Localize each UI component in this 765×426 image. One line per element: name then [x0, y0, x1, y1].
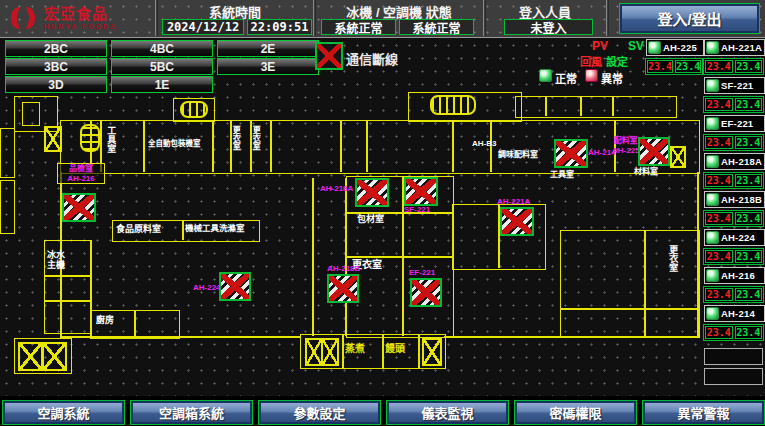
- stairs-icon: [80, 124, 100, 152]
- room-label: 廚房: [96, 315, 114, 325]
- status-lamp-icon: [648, 41, 661, 54]
- wall-segment: [22, 102, 40, 126]
- equip-ah-221a[interactable]: AH-221A: [704, 39, 765, 56]
- floor-button-2e[interactable]: 2E: [217, 40, 319, 57]
- room-label: AH-B3: [472, 139, 496, 148]
- unit-room: 品檢室: [60, 164, 102, 174]
- floor-button-2bc[interactable]: 2BC: [5, 40, 107, 57]
- equip-sf-221[interactable]: SF-221: [704, 77, 765, 94]
- logo-title: 宏亞食品: [44, 6, 117, 21]
- room-label: 更衣室: [231, 126, 240, 166]
- sv-value: 23.4: [675, 60, 701, 73]
- status-lamp-icon: [706, 79, 719, 92]
- chiller-status-value: 系統正常: [321, 19, 396, 35]
- equip-ah-218a[interactable]: AH-218A: [704, 153, 765, 170]
- sv-value: 23.4: [735, 98, 763, 111]
- header-divider: [606, 0, 607, 36]
- unit-icon-ef-221[interactable]: [410, 278, 442, 307]
- ahu-status-value: 系統正常: [399, 19, 474, 35]
- equip-ef-221-values: 23.4 23.4: [703, 134, 764, 151]
- status-lamp-icon: [706, 193, 719, 206]
- header-divider: [155, 0, 156, 36]
- equip-name: AH-216: [721, 270, 755, 281]
- login-logout-button[interactable]: 登入/登出: [619, 3, 760, 34]
- unit-icon-ah-214[interactable]: [554, 139, 588, 168]
- login-status-value: 未登入: [504, 19, 593, 35]
- unit-icon-ah-218a[interactable]: [355, 178, 389, 207]
- floor-button-4bc[interactable]: 4BC: [111, 40, 213, 57]
- room-label: 冰水主機: [47, 250, 69, 271]
- comm-fail-label: 通信斷線: [346, 49, 398, 68]
- pv-value: 23.4: [705, 288, 733, 301]
- equip-sf-221-values: 23.4 23.4: [703, 96, 764, 113]
- equip-name: AH-224: [721, 232, 755, 243]
- wall-segment: [340, 120, 342, 172]
- system-time-value: 22:09:51: [247, 19, 312, 35]
- unit-icon-ah-224[interactable]: [219, 272, 251, 301]
- unit-icon-ah-221a[interactable]: [500, 207, 534, 236]
- room-label: 工具室: [106, 126, 116, 168]
- nav-button-ac-system[interactable]: 空調系統: [2, 400, 125, 425]
- room-label: 蒸煮: [345, 343, 365, 355]
- equip-ah-221a-values: 23.4 23.4: [703, 58, 764, 75]
- room-label: 更衣室: [668, 245, 678, 289]
- nav-button-param-setting[interactable]: 參數設定: [258, 400, 381, 425]
- floor-button-3d[interactable]: 3D: [5, 76, 107, 93]
- unit-id: AH-225: [612, 146, 640, 156]
- equip-ah-225[interactable]: AH-225: [646, 39, 704, 56]
- room-label: 包材室: [357, 214, 384, 224]
- equip-ah-218b-values: 23.4 23.4: [703, 210, 764, 227]
- nav-button-ahu-system[interactable]: 空調箱系統: [130, 400, 253, 425]
- hatch-x-icon: [422, 338, 442, 366]
- abnormal-lamp-icon: [585, 69, 598, 82]
- pv-value: 23.4: [705, 98, 733, 111]
- status-lamp-icon: [706, 41, 719, 54]
- hatch-x-icon: [42, 342, 67, 371]
- equip-name: AH-214: [721, 308, 755, 319]
- wall-segment: [44, 300, 90, 302]
- unit-icon-ah-225[interactable]: [638, 137, 670, 166]
- pv-value: 23.4: [705, 326, 733, 339]
- nav-button-alarm[interactable]: 異常警報: [642, 400, 765, 425]
- unit-id: AH-216: [60, 174, 102, 184]
- unit-label-ah-225: 配料室 AH-225: [612, 136, 640, 155]
- header-divider: [483, 0, 484, 36]
- status-lamp-icon: [706, 155, 719, 168]
- room-label: 機械工具洗滌室: [185, 224, 245, 234]
- equip-ah-218b[interactable]: AH-218B: [704, 191, 765, 208]
- floor-button-5bc[interactable]: 5BC: [111, 58, 213, 75]
- pv-value: 23.4: [647, 60, 673, 73]
- room-label: 全自動包裝機室: [148, 140, 201, 149]
- nav-button-meter-monitor[interactable]: 儀表監視: [386, 400, 509, 425]
- equip-ah-224[interactable]: AH-224: [704, 229, 765, 246]
- equip-ah-216[interactable]: AH-216: [704, 267, 765, 284]
- floor-button-3bc[interactable]: 3BC: [5, 58, 107, 75]
- hatch-x-icon: [44, 126, 62, 152]
- equip-ah-214[interactable]: AH-214: [704, 305, 765, 322]
- sv-value: 23.4: [735, 60, 763, 73]
- pv-value: 23.4: [705, 250, 733, 263]
- unit-icon-ah-218b[interactable]: [327, 274, 359, 303]
- nav-button-password-auth[interactable]: 密碼權限: [514, 400, 637, 425]
- hatch-x-icon: [670, 146, 686, 168]
- floor-button-1e[interactable]: 1E: [111, 76, 213, 93]
- sv-value: 23.4: [735, 136, 763, 149]
- unit-icon-ah-216[interactable]: [62, 193, 96, 222]
- empty-slot: [704, 348, 763, 365]
- wall-segment: [212, 120, 214, 172]
- logo-subtitle: HUNYA FOODS: [44, 23, 117, 30]
- unit-label-ah-216: 品檢室 AH-216: [57, 163, 105, 184]
- unit-label-ah-221a: AH-221A: [497, 197, 530, 207]
- floor-button-3e[interactable]: 3E: [217, 58, 319, 75]
- unit-icon-sf-221[interactable]: [404, 177, 438, 206]
- pv-value: 23.4: [705, 174, 733, 187]
- status-lamp-icon: [706, 117, 719, 130]
- wall-segment: [0, 128, 15, 178]
- unit-label-ah-218a: AH-218A: [320, 184, 353, 194]
- wall-segment: [560, 308, 698, 310]
- equip-name: AH-225: [663, 42, 697, 53]
- equip-ef-221[interactable]: EF-221: [704, 115, 765, 132]
- equip-name: EF-221: [721, 118, 753, 129]
- equip-ah-225-values: 23.4 23.4: [645, 58, 703, 75]
- normal-label: 正常: [555, 70, 577, 86]
